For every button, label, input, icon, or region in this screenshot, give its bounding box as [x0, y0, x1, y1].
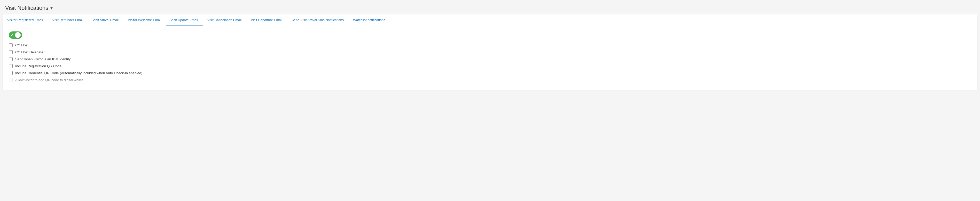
toggle-row: ✓: [9, 32, 971, 39]
checkbox-allow-digital-wallet[interactable]: Allow visitor to add QR code to digital …: [9, 78, 971, 82]
tab-content: ✓ CC Host CC Host Delegate Send wh: [3, 26, 977, 90]
chevron-down-icon: ▾: [50, 5, 52, 11]
cc-host-input[interactable]: [9, 43, 13, 47]
page-header: Visit Notifications ▾: [0, 0, 980, 14]
checkbox-include-registration-qr[interactable]: Include Registration QR Code: [9, 64, 971, 68]
send-idm-label: Send when visitor is an IDM Identity: [15, 57, 71, 61]
tab-send-visit-arrival-sms[interactable]: Send Visit Arrival Sms Notifications: [287, 14, 348, 26]
allow-digital-wallet-label: Allow visitor to add QR code to digital …: [15, 78, 83, 82]
include-registration-qr-input[interactable]: [9, 64, 13, 68]
include-credential-qr-label: Include Credential QR Code (Automaticall…: [15, 71, 142, 75]
cc-host-label: CC Host: [15, 43, 29, 47]
tab-visitor-welcome[interactable]: Visitor Welcome Email: [123, 14, 166, 26]
include-registration-qr-label: Include Registration QR Code: [15, 64, 62, 68]
allow-digital-wallet-input[interactable]: [9, 78, 13, 82]
checkbox-cc-host[interactable]: CC Host: [9, 43, 971, 47]
tab-visit-arrival[interactable]: Visit Arrival Email: [88, 14, 123, 26]
page-container: Visit Notifications ▾ Visitor Registered…: [0, 0, 980, 201]
page-title: Visit Notifications: [5, 5, 48, 11]
tab-watchlist[interactable]: Watchlist notifications: [348, 14, 390, 26]
checkbox-send-idm[interactable]: Send when visitor is an IDM Identity: [9, 57, 971, 61]
checkbox-include-credential-qr[interactable]: Include Credential QR Code (Automaticall…: [9, 71, 971, 75]
send-idm-input[interactable]: [9, 57, 13, 61]
tab-visit-update[interactable]: Visit Update Email: [166, 14, 203, 26]
toggle-thumb: [15, 32, 21, 38]
enabled-toggle[interactable]: ✓: [9, 32, 22, 39]
cc-host-delegate-label: CC Host Delegate: [15, 50, 43, 54]
cc-host-delegate-input[interactable]: [9, 50, 13, 54]
checkmark-icon: ✓: [11, 33, 13, 37]
main-card: Visitor Registered Email Visit Reminder …: [3, 14, 977, 90]
tab-visit-cancelation[interactable]: Visit Cancelation Email: [203, 14, 247, 26]
checkbox-list: CC Host CC Host Delegate Send when visit…: [9, 43, 971, 82]
tab-visit-reminder[interactable]: Visit Reminder Email: [48, 14, 88, 26]
toggle-track: ✓: [9, 32, 22, 39]
tab-visit-departure[interactable]: Visit Departure Email: [246, 14, 287, 26]
include-credential-qr-input[interactable]: [9, 71, 13, 75]
tab-visitor-registered[interactable]: Visitor Registered Email: [3, 14, 48, 26]
tabs-bar: Visitor Registered Email Visit Reminder …: [3, 14, 977, 26]
checkbox-cc-host-delegate[interactable]: CC Host Delegate: [9, 50, 971, 54]
